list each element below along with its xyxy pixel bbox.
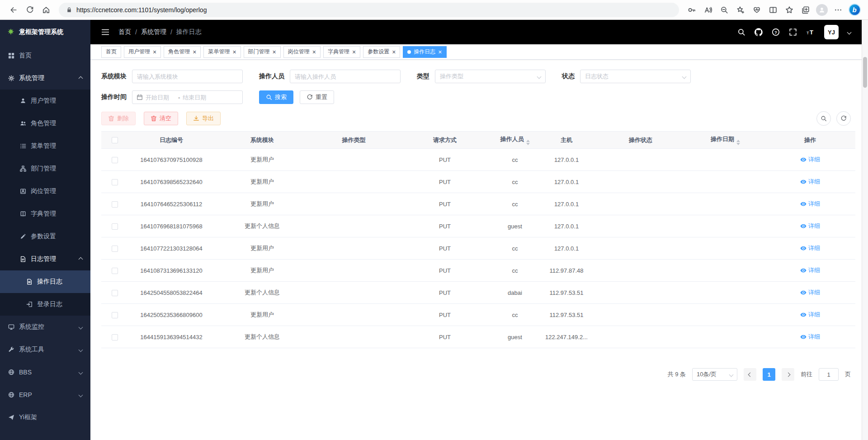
status-select[interactable]: 日志状态 <box>580 70 691 83</box>
reset-button[interactable]: 重置 <box>300 90 334 104</box>
close-icon[interactable]: × <box>273 49 276 55</box>
breadcrumb-parent[interactable]: 系统管理 <box>141 28 166 36</box>
export-button[interactable]: 导出 <box>186 112 221 125</box>
column-date[interactable]: 操作日期 <box>686 132 765 149</box>
row-checkbox[interactable] <box>112 179 118 185</box>
date-range-picker[interactable]: - <box>132 90 243 104</box>
goto-page-input[interactable] <box>819 368 839 381</box>
row-checkbox[interactable] <box>112 268 118 274</box>
row-checkbox[interactable] <box>112 290 118 296</box>
sidebar-item-home[interactable]: 首页 <box>0 44 90 67</box>
sidebar-item-system-mgmt[interactable]: 系统管理 <box>0 67 90 90</box>
collections-button[interactable] <box>797 2 814 18</box>
tab-operation-log[interactable]: 操作日志× <box>403 46 446 58</box>
page-scrollbar[interactable] <box>862 20 868 440</box>
close-icon[interactable]: × <box>352 49 356 55</box>
module-input[interactable] <box>132 70 243 83</box>
close-icon[interactable]: × <box>153 49 156 55</box>
refresh-table-button[interactable] <box>836 111 851 126</box>
close-icon[interactable]: × <box>193 49 196 55</box>
start-date-input[interactable] <box>146 94 175 101</box>
sidebar-item-login-log[interactable]: 登录日志 <box>0 293 90 316</box>
page-size-select[interactable]: 10条/页 <box>692 368 737 381</box>
detail-link[interactable]: 详细 <box>800 333 820 341</box>
sort-carets-icon[interactable] <box>526 140 530 145</box>
split-screen-button[interactable] <box>765 2 781 18</box>
sidebar-item-erp[interactable]: ERP <box>0 383 90 406</box>
font-size-button[interactable]: TT <box>806 28 815 37</box>
toggle-search-button[interactable] <box>816 111 831 126</box>
delete-button[interactable]: 删除 <box>101 112 136 125</box>
close-icon[interactable]: × <box>438 49 442 55</box>
sidebar-item-bbs[interactable]: BBS <box>0 361 90 383</box>
tab-user-mgmt[interactable]: 用户管理× <box>124 46 161 58</box>
sidebar-item-role-mgmt[interactable]: 角色管理 <box>0 112 90 135</box>
favorites-button[interactable] <box>781 2 797 18</box>
close-icon[interactable]: × <box>232 49 236 55</box>
sidebar-item-log-mgmt[interactable]: 日志管理 <box>0 248 90 270</box>
sidebar-item-system-monitor[interactable]: 系统监控 <box>0 316 90 338</box>
clear-button[interactable]: 清空 <box>144 112 178 125</box>
bing-sidebar-button[interactable]: b <box>846 2 863 18</box>
fullscreen-button[interactable] <box>789 28 797 36</box>
tab-dept-mgmt[interactable]: 部门管理× <box>244 46 281 58</box>
header-search-button[interactable] <box>737 28 745 36</box>
browser-profile-avatar[interactable] <box>814 2 830 18</box>
row-checkbox[interactable] <box>112 246 118 252</box>
sidebar-toggle-button[interactable] <box>101 28 109 36</box>
detail-link[interactable]: 详细 <box>800 244 820 252</box>
help-button[interactable]: ? <box>772 28 780 36</box>
app-logo[interactable]: 意框架管理系统 <box>0 20 90 44</box>
sidebar-item-user-mgmt[interactable]: 用户管理 <box>0 90 90 112</box>
sidebar-item-dict-mgmt[interactable]: 字典管理 <box>0 203 90 225</box>
user-avatar[interactable]: YJ <box>824 25 839 39</box>
type-select[interactable]: 操作类型 <box>435 70 546 83</box>
browser-essentials-button[interactable] <box>749 2 765 18</box>
zoom-out-button[interactable] <box>716 2 732 18</box>
row-checkbox[interactable] <box>112 334 118 341</box>
sidebar-item-menu-mgmt[interactable]: 菜单管理 <box>0 135 90 157</box>
row-checkbox[interactable] <box>112 201 118 208</box>
detail-link[interactable]: 详细 <box>800 289 820 297</box>
read-aloud-button[interactable] <box>700 2 716 18</box>
page-number-button[interactable]: 1 <box>763 368 775 381</box>
sidebar-item-post-mgmt[interactable]: 岗位管理 <box>0 180 90 203</box>
browser-more-button[interactable] <box>830 2 846 18</box>
detail-link[interactable]: 详细 <box>800 178 820 186</box>
detail-link[interactable]: 详细 <box>800 200 820 208</box>
password-key-icon[interactable] <box>684 2 700 18</box>
tab-dict-mgmt[interactable]: 字典管理× <box>323 46 360 58</box>
tab-param-settings[interactable]: 参数设置× <box>363 46 400 58</box>
github-link[interactable] <box>755 28 763 36</box>
sidebar-item-operation-log[interactable]: 操作日志 <box>0 270 90 293</box>
close-icon[interactable]: × <box>392 49 396 55</box>
sidebar-item-yi-frame[interactable]: Yi框架 <box>0 406 90 429</box>
address-bar[interactable]: https://ccnetcore.com:1101/system/log/op… <box>59 3 679 17</box>
breadcrumb-home[interactable]: 首页 <box>118 28 131 36</box>
tab-role-mgmt[interactable]: 角色管理× <box>164 46 201 58</box>
detail-link[interactable]: 详细 <box>800 311 820 319</box>
close-icon[interactable]: × <box>312 49 316 55</box>
end-date-input[interactable] <box>183 94 212 101</box>
add-favorite-button[interactable] <box>732 2 749 18</box>
operator-input[interactable] <box>290 70 401 83</box>
detail-link[interactable]: 详细 <box>800 222 820 230</box>
sidebar-item-param-settings[interactable]: 参数设置 <box>0 225 90 248</box>
row-checkbox[interactable] <box>112 312 118 318</box>
browser-home-button[interactable] <box>38 2 54 18</box>
next-page-button[interactable] <box>782 368 794 381</box>
sidebar-item-system-tools[interactable]: 系统工具 <box>0 338 90 361</box>
detail-link[interactable]: 详细 <box>800 156 820 164</box>
scrollbar-thumb[interactable] <box>863 57 867 88</box>
search-button[interactable]: 搜索 <box>259 90 293 104</box>
browser-back-button[interactable] <box>5 2 22 18</box>
tab-menu-mgmt[interactable]: 菜单管理× <box>203 46 241 58</box>
row-checkbox[interactable] <box>112 157 118 163</box>
select-all-checkbox[interactable] <box>112 137 118 143</box>
sort-carets-icon[interactable] <box>736 140 740 145</box>
prev-page-button[interactable] <box>744 368 756 381</box>
sidebar-item-dept-mgmt[interactable]: 部门管理 <box>0 157 90 180</box>
user-menu-chevron-icon[interactable] <box>847 30 852 34</box>
detail-link[interactable]: 详细 <box>800 266 820 274</box>
browser-refresh-button[interactable] <box>22 2 38 18</box>
